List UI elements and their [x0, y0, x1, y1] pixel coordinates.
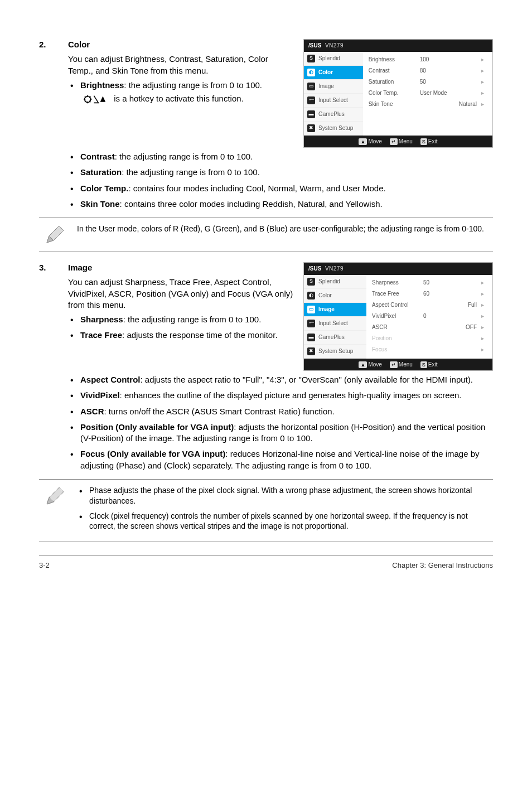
osd-row[interactable]: ASCROFF▸	[372, 322, 487, 333]
side-label: System Setup	[318, 347, 353, 355]
side-label: Input Select	[318, 320, 348, 327]
section-body: You can adjust Brightness, Contrast, Sat…	[39, 54, 293, 104]
footer-left: 3-2	[39, 561, 50, 571]
osd-side-splendid[interactable]: SSplendid	[304, 52, 363, 66]
osd-side-splendid[interactable]: SSplendid	[304, 275, 366, 289]
item-text: : adjusts the response time of the monit…	[122, 330, 277, 340]
side-label: Input Select	[318, 96, 348, 104]
item-bold: Focus (Only available for VGA input)	[80, 449, 225, 458]
row-value: 100	[420, 56, 459, 64]
row-label: Saturation	[369, 78, 420, 86]
two-col: 3. Image You can adjust Sharpness, Trace…	[39, 262, 493, 371]
osd-row[interactable]: Contrast80▸	[369, 65, 487, 76]
system-icon: ✖	[307, 347, 315, 355]
osd-side-color[interactable]: ◐Color	[304, 66, 363, 80]
bullet-list: Aspect Control: adjusts the aspect ratio…	[68, 374, 493, 471]
osd-title: /SUS VN279	[304, 263, 492, 275]
bullet-item: Skin Tone: contains three color modes in…	[68, 199, 493, 210]
item-bold: Skin Tone	[80, 199, 120, 209]
input-icon: ⭠	[307, 96, 315, 104]
two-col: 2. Color You can adjust Brightness, Cont…	[39, 39, 493, 148]
row-value: 50	[423, 279, 462, 287]
chevron-right-icon: ▸	[481, 335, 487, 342]
osd-row: Focus▸	[372, 344, 487, 355]
note-text: Phase adjusts the phase of the pixel clo…	[77, 485, 491, 537]
section-title: Color	[68, 39, 90, 50]
chevron-right-icon: ▸	[481, 301, 487, 309]
item-bold: VividPixel	[80, 390, 120, 400]
osd-row[interactable]: Saturation50▸	[369, 76, 487, 88]
row-label: Aspect Control	[372, 301, 423, 309]
item-bold: Contrast	[80, 152, 115, 161]
osd-row[interactable]: Aspect ControlFull▸	[372, 299, 487, 311]
foot-label: Move	[368, 361, 381, 368]
bullet-item: Brightness: the adjusting range is from …	[68, 80, 293, 105]
chevron-right-icon: ▸	[481, 56, 487, 64]
bullet-item: VividPixel: enhances the outline of the …	[68, 390, 493, 401]
item-text: : contains four modes including Cool, No…	[128, 183, 385, 193]
row-extra: Full	[462, 301, 481, 309]
osd-row: Position▸	[372, 333, 487, 344]
exit-icon: S	[420, 361, 427, 368]
osd-body: SSplendid ◐Color ▭Image ⭠Input Select ▬G…	[304, 275, 492, 359]
bullet-item: ASCR: turns on/off the ASCR (ASUS Smart …	[68, 406, 493, 417]
row-label: Contrast	[369, 67, 420, 75]
foot-exit: SExit	[420, 138, 438, 146]
row-label: Position	[372, 335, 423, 342]
osd-row[interactable]: Color Temp.User Mode▸	[369, 88, 487, 99]
section-image: 3. Image You can adjust Sharpness, Trace…	[39, 262, 493, 542]
osd-row[interactable]: VividPixel0▸	[372, 311, 487, 322]
side-label: Splendid	[318, 278, 340, 286]
osd-side-image[interactable]: ▭Image	[304, 303, 366, 317]
osd-row[interactable]: Trace Free60▸	[372, 288, 487, 299]
row-label: VividPixel	[372, 312, 423, 320]
row-extra: Natural	[459, 100, 481, 108]
osd-side-gameplus[interactable]: ▬GamePlus	[304, 331, 366, 345]
chevron-right-icon: ▸	[481, 290, 487, 298]
item-bold: Position (Only available for VGA input)	[80, 422, 234, 432]
item-bold: Trace Free	[80, 330, 122, 340]
bullet-item: Saturation: the adjusting range is from …	[68, 167, 493, 178]
row-value: 60	[423, 290, 462, 298]
bullet-item: Trace Free: adjusts the response time of…	[68, 330, 293, 341]
foot-menu: ↵Menu	[390, 361, 413, 369]
osd-side-input[interactable]: ⭠Input Select	[304, 94, 363, 108]
row-label: Sharpness	[372, 279, 423, 287]
item-text: : contains three color modes including R…	[120, 199, 383, 209]
item-text: : the adjusting range is from 0 to 100.	[115, 152, 253, 161]
osd-row[interactable]: Sharpness50▸	[372, 277, 487, 288]
item-bold: ASCR	[80, 407, 104, 416]
header-row: 3. Image	[39, 262, 293, 273]
osd-color-panel: /SUS VN279 SSplendid ◐Color ▭Image ⭠Inpu…	[303, 39, 493, 148]
bullet-list: Sharpness: the adjusting range is from 0…	[68, 314, 293, 341]
row-label: Color Temp.	[369, 89, 420, 97]
osd-side-image[interactable]: ▭Image	[304, 80, 363, 94]
row-value: User Mode	[420, 89, 459, 97]
section-body-cont: Contrast: the adjusting range is from 0 …	[39, 151, 493, 210]
osd-side-system[interactable]: ✖System Setup	[304, 122, 363, 136]
osd-side-color[interactable]: ◐Color	[304, 289, 366, 303]
foot-label: Move	[368, 138, 381, 144]
osd-model: VN279	[325, 265, 344, 272]
header-row: 2. Color	[39, 39, 293, 50]
col-text: 2. Color You can adjust Brightness, Cont…	[39, 39, 293, 109]
foot-label: Exit	[428, 138, 438, 144]
note-text: In the User mode, colors of R (Red), G (…	[77, 224, 491, 234]
side-label: Color	[318, 292, 332, 299]
move-icon: ▲	[359, 138, 367, 145]
row-label: Skin Tone	[369, 100, 420, 108]
osd-side-input[interactable]: ⭠Input Select	[304, 317, 366, 331]
osd-side-gameplus[interactable]: ▬GamePlus	[304, 108, 363, 122]
item-text: : enhances the outline of the displayed …	[120, 390, 462, 400]
osd-row[interactable]: Skin ToneNatural▸	[369, 99, 487, 110]
foot-menu: ↵Menu	[390, 138, 413, 146]
item-text: : adjusts the aspect ratio to "Full", "4…	[141, 375, 473, 384]
osd-side-system[interactable]: ✖System Setup	[304, 345, 366, 359]
side-label: GamePlus	[318, 110, 345, 118]
section-title: Image	[68, 262, 92, 273]
row-value: 50	[420, 78, 459, 86]
osd-row[interactable]: Brightness100▸	[369, 54, 487, 65]
row-label: Focus	[372, 346, 423, 354]
note-box: In the User mode, colors of R (Red), G (…	[39, 218, 493, 252]
osd-footer: ▲Move ↵Menu SExit	[304, 359, 492, 371]
